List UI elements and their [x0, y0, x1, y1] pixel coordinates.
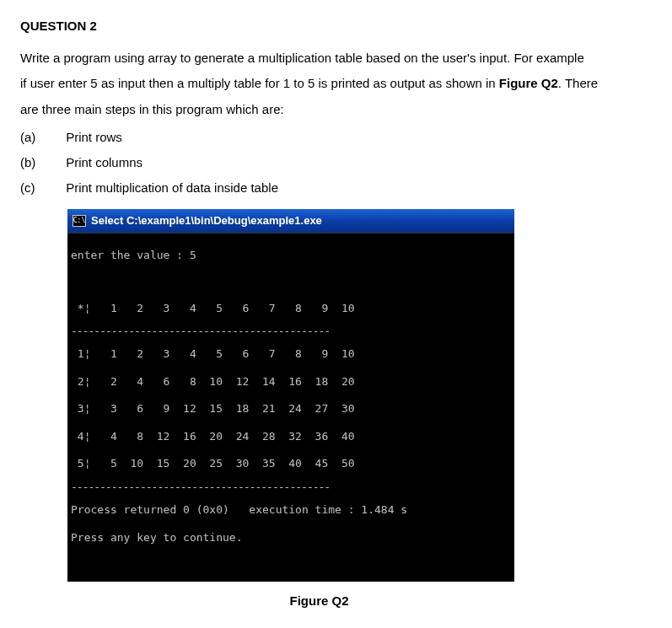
step-label-a: (a) [20, 125, 62, 150]
console-row-1: 1¦ 1 2 3 4 5 6 7 8 9 10 [71, 347, 511, 361]
step-text-a: Print rows [66, 130, 122, 144]
steps-list: (a) Print rows (b) Print columns (c) Pri… [20, 125, 652, 201]
question-para-2a: if user enter 5 as input then a multiply… [20, 76, 499, 90]
console-titlebar: C:\ Select C:\example1\bin\Debug\example… [67, 209, 514, 233]
step-label-b: (b) [20, 150, 62, 175]
console-window: C:\ Select C:\example1\bin\Debug\example… [67, 209, 514, 582]
step-text-c: Print multiplication of data inside tabl… [66, 180, 278, 195]
console-title-text: Select C:\example1\bin\Debug\example1.ex… [91, 212, 322, 229]
console-prompt-line: enter the value : 5 [71, 249, 511, 262]
cmd-icon: C:\ [73, 215, 86, 227]
step-b: (b) Print columns [20, 150, 652, 175]
console-row-2: 2¦ 2 4 6 8 10 12 14 16 18 20 [71, 375, 511, 389]
question-para-2: if user enter 5 as input then a multiply… [20, 72, 652, 96]
question-para-3: are three main steps in this program whi… [20, 98, 652, 122]
step-text-b: Print columns [66, 155, 142, 169]
step-a: (a) Print rows [20, 125, 652, 150]
console-row-5: 5¦ 5 10 15 20 25 30 35 40 45 50 [71, 457, 511, 470]
step-c: (c) Print multiplication of data inside … [20, 175, 652, 201]
figure-ref: Figure Q2 [499, 76, 558, 90]
question-para-1: Write a program using array to generate … [20, 46, 652, 71]
console-dashes-1: ----------------------------------------… [71, 329, 511, 334]
console-row-4: 4¦ 4 8 12 16 20 24 28 32 36 40 [71, 430, 511, 443]
console-row-3: 3¦ 3 6 9 12 15 18 21 24 27 30 [71, 402, 511, 416]
console-header-row: *¦ 1 2 3 4 5 6 7 8 9 10 [71, 302, 511, 315]
console-blank-1 [71, 276, 511, 287]
console-process-line: Process returned 0 (0x0) execution time … [71, 503, 511, 517]
console-body: enter the value : 5 *¦ 1 2 3 4 5 6 7 8 9… [67, 233, 514, 582]
console-press-line: Press any key to continue. [71, 531, 511, 545]
step-label-c: (c) [20, 175, 62, 201]
question-body: Write a program using array to generate … [20, 46, 652, 122]
question-title: QUESTION 2 [20, 17, 652, 36]
question-para-2b: . There [558, 76, 598, 90]
console-dashes-2: ----------------------------------------… [71, 485, 511, 490]
figure-caption: Figure Q2 [0, 592, 652, 611]
